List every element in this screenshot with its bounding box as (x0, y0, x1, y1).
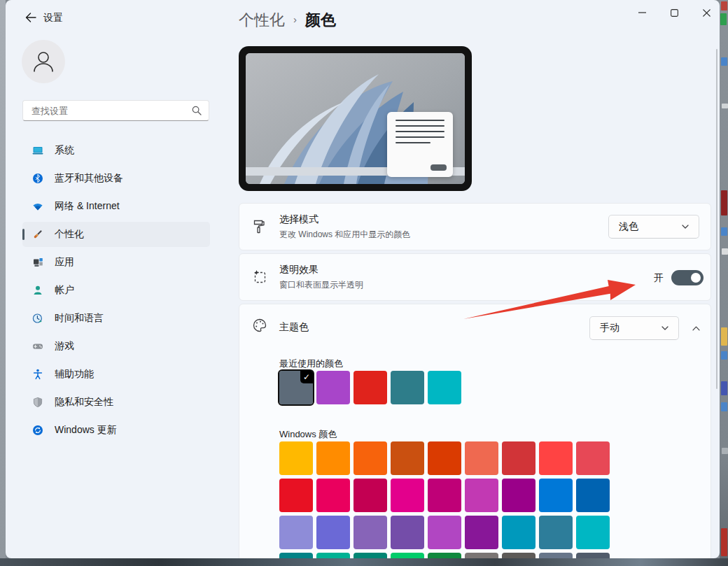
sidebar-item-gaming[interactable]: 游戏 (22, 334, 210, 359)
theme-preview-frame (239, 46, 472, 191)
mode-dropdown[interactable]: 浅色 (608, 215, 699, 239)
windows-color-swatch[interactable] (428, 553, 461, 558)
sidebar-item-system[interactable]: 系统 (22, 138, 210, 163)
sidebar-item-label: 个性化 (55, 228, 84, 241)
windows-color-swatch[interactable] (354, 479, 387, 512)
desktop-artifact (721, 351, 727, 360)
breadcrumb: 个性化 › 颜色 (239, 10, 336, 31)
gaming-icon (32, 341, 43, 352)
card-title: 透明效果 (279, 264, 318, 276)
recent-color-swatch[interactable] (428, 371, 461, 404)
windows-color-swatch[interactable] (391, 553, 424, 558)
minimize-button[interactable] (626, 0, 658, 25)
windows-color-swatch[interactable] (576, 516, 610, 549)
chevron-down-icon (682, 225, 689, 229)
sidebar-item-privacy[interactable]: 隐私和安全性 (22, 390, 210, 415)
windows-color-swatch[interactable] (539, 553, 573, 558)
desktop-artifact (721, 190, 727, 215)
sidebar-item-label: 时间和语言 (55, 312, 104, 325)
desktop-artifact (722, 104, 728, 108)
desktop-artifact (722, 248, 728, 255)
accent-mode-dropdown[interactable]: 手动 (589, 316, 679, 340)
windows-color-swatch[interactable] (428, 479, 461, 512)
windows-color-swatch[interactable] (316, 441, 350, 475)
windows-colors-grid (279, 441, 617, 558)
selected-check-icon: ✓ (300, 371, 313, 383)
windows-color-swatch[interactable] (502, 553, 536, 558)
vertical-scrollbar[interactable] (716, 49, 718, 389)
breadcrumb-parent[interactable]: 个性化 (239, 10, 285, 31)
search-icon[interactable] (192, 106, 202, 115)
choose-mode-card: 选择模式 更改 Windows 和应用中显示的颜色 浅色 (239, 203, 711, 250)
sidebar-item-label: 蓝牙和其他设备 (55, 172, 123, 185)
sidebar-item-time-language[interactable]: 时间和语言 (22, 306, 210, 331)
bluetooth-icon (32, 173, 43, 184)
windows-color-swatch[interactable] (502, 479, 536, 512)
sidebar-item-accounts[interactable]: 帐户 (22, 278, 210, 303)
privacy-icon (32, 397, 43, 408)
recent-color-swatch[interactable] (391, 371, 424, 404)
recent-color-swatch[interactable] (316, 371, 350, 404)
windows-color-swatch[interactable] (279, 479, 313, 512)
accounts-icon (32, 285, 43, 296)
sidebar-item-label: 应用 (55, 256, 74, 269)
sidebar-item-label: 帐户 (55, 284, 74, 297)
desktop-artifact (721, 402, 727, 411)
sidebar-item-windows-update[interactable]: Windows 更新 (22, 418, 210, 443)
windows-color-swatch[interactable] (539, 516, 573, 549)
recent-color-swatch-selected[interactable]: ✓ (279, 371, 313, 404)
windows-color-swatch[interactable] (354, 441, 387, 475)
windows-color-swatch[interactable] (316, 516, 350, 549)
windows-color-swatch[interactable] (465, 553, 498, 558)
windows-color-swatch[interactable] (391, 441, 424, 475)
desktop-edge-bottom (0, 558, 728, 566)
sidebar-item-label: 隐私和安全性 (55, 396, 113, 409)
windows-color-swatch[interactable] (316, 479, 350, 512)
sidebar-item-apps[interactable]: 应用 (22, 250, 210, 275)
windows-color-swatch[interactable] (391, 516, 424, 549)
sidebar-nav: 系统 蓝牙和其他设备 网络 & Internet 个性化 应用 (22, 138, 210, 446)
close-button[interactable] (690, 0, 720, 25)
recent-color-swatch[interactable] (354, 371, 387, 404)
windows-color-swatch[interactable] (354, 516, 387, 549)
mode-dropdown-value: 浅色 (619, 220, 638, 233)
user-avatar (22, 40, 65, 83)
windows-color-swatch[interactable] (428, 441, 461, 475)
windows-color-swatch[interactable] (391, 479, 424, 512)
windows-color-swatch[interactable] (465, 479, 498, 512)
chevron-up-icon (692, 326, 700, 331)
windows-color-swatch[interactable] (502, 441, 536, 475)
breadcrumb-separator-icon: › (293, 13, 297, 25)
desktop-edge-right (720, 0, 728, 566)
windows-color-swatch[interactable] (465, 441, 498, 475)
desktop-artifact (722, 448, 728, 454)
sidebar-item-accessibility[interactable]: 辅助功能 (22, 362, 210, 387)
accent-dropdown-value: 手动 (600, 322, 620, 334)
page-title: 颜色 (305, 10, 336, 31)
desktop-artifact (721, 227, 727, 236)
windows-color-swatch[interactable] (279, 441, 313, 475)
windows-color-swatch[interactable] (576, 441, 610, 475)
windows-color-swatch[interactable] (576, 479, 610, 512)
windows-color-swatch[interactable] (502, 516, 536, 549)
card-subtitle: 窗口和表面显示半透明 (279, 279, 363, 291)
windows-color-swatch[interactable] (576, 553, 610, 558)
windows-color-swatch[interactable] (428, 516, 461, 549)
windows-color-swatch[interactable] (279, 553, 313, 558)
windows-color-swatch[interactable] (354, 553, 387, 558)
sidebar-item-network[interactable]: 网络 & Internet (22, 194, 210, 219)
windows-color-swatch[interactable] (539, 479, 573, 512)
recent-colors-row: ✓ (279, 371, 461, 404)
settings-window: 设置 系统 蓝牙和其他设备 (6, 0, 720, 558)
back-button[interactable] (22, 10, 39, 25)
search-input[interactable] (23, 106, 192, 116)
collapse-section-button[interactable] (685, 318, 706, 339)
windows-color-swatch[interactable] (279, 516, 313, 549)
maximize-button[interactable] (658, 0, 690, 25)
sidebar-item-bluetooth[interactable]: 蓝牙和其他设备 (22, 166, 210, 191)
sidebar-item-personalization[interactable]: 个性化 (22, 222, 210, 247)
windows-color-swatch[interactable] (539, 441, 573, 475)
windows-color-swatch[interactable] (316, 553, 350, 558)
transparency-toggle[interactable] (671, 270, 704, 285)
windows-color-swatch[interactable] (465, 516, 498, 549)
